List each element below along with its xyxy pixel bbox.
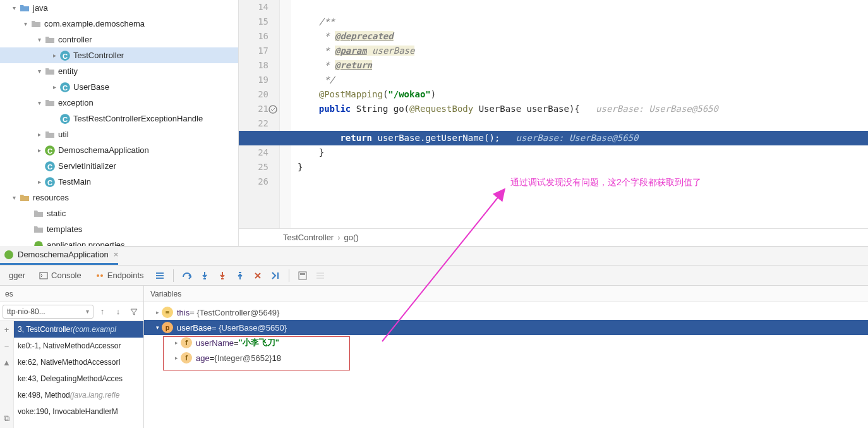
step-out-icon[interactable] [232,267,248,284]
tree-item-testrestex[interactable]: C TestRestControllerExceptionHandle [0,111,238,126]
svg-rect-17 [40,272,47,279]
variables-header: Variables [144,286,868,302]
force-step-into-icon[interactable] [214,267,231,284]
package-icon [44,34,56,46]
tree-label: controller [58,35,92,44]
folder-icon [19,3,30,14]
tree-label: java [33,3,48,13]
run-to-cursor-icon[interactable] [267,267,284,284]
folder-icon [33,208,44,219]
prev-frame-icon[interactable]: ↑ [95,305,109,319]
chevron-right-icon: ▸ [49,83,59,90]
up-icon[interactable]: ▲ [1,357,13,368]
tree-item-servletinit[interactable]: C ServletInitializer [0,158,238,174]
param-badge-icon: p [162,322,173,333]
code-editor[interactable]: 14 15 16 17 18 19 20 21 22 23 24 25 26 [239,0,868,246]
evaluate-icon[interactable] [294,267,311,284]
tree-item-testcontroller[interactable]: ▸ C TestController [0,47,238,63]
chevron-down-icon: ▾ [9,194,19,201]
class-icon: C [59,50,71,61]
highlight-box [163,336,350,370]
package-icon [44,66,56,77]
thread-selector[interactable]: ttp-nio-80...▾ [3,305,93,319]
step-into-icon[interactable] [196,267,213,284]
tree-item-userbase[interactable]: ▸ C UserBase [0,79,238,95]
tree-item-exception[interactable]: ▾ exception [0,95,238,111]
svg-rect-27 [299,272,306,279]
chevron-down-icon: ▾ [34,68,44,75]
chevron-right-icon: ▸ [49,52,59,59]
package-icon [44,129,56,140]
endpoint-icon[interactable] [267,102,279,116]
chevron-down-icon: ▾ [9,4,19,11]
next-frame-icon[interactable]: ↓ [111,305,125,319]
debug-toolbar: gger Console Endpoints [0,266,868,286]
drop-frame-icon[interactable] [250,267,266,284]
frame-row[interactable]: ke0:-1, NativeMethodAccessor [14,338,143,354]
variable-row-userbase[interactable]: ▾ p userBase = {UserBase@5650} [144,320,868,335]
package-icon [30,18,42,30]
add-icon[interactable]: + [1,324,13,335]
class-icon: C [44,161,56,172]
chevron-right-icon: ▸ [34,147,44,154]
tree-label: application.properties [47,240,125,246]
frame-row[interactable]: ke:62, NativeMethodAccessorI [14,354,143,370]
variables-panel: Variables ▸ ≡ this = {TestController@564… [144,286,868,428]
tree-item-resources[interactable]: ▾ resources [0,190,238,205]
svg-text:C: C [63,83,68,91]
tree-item-package[interactable]: ▾ com.example.demoschema [0,16,238,32]
tree-label: DemoschemaApplication [58,145,149,155]
filter-icon[interactable] [127,305,141,319]
variable-row-this[interactable]: ▸ ≡ this = {TestController@5649} [144,305,868,320]
execution-line: return userBase.getUserName(); userBase:… [239,131,868,145]
tree-item-templates[interactable]: templates [0,221,238,237]
step-over-icon[interactable] [179,267,195,284]
frame-row[interactable]: 3, TestController (com.exampl [14,321,143,338]
chevron-right-icon: ▸ [153,309,162,315]
breadcrumb[interactable]: TestController › go() [239,228,868,246]
tree-item-demoapp[interactable]: ▸ C DemoschemaApplication [0,142,238,158]
tree-label: exception [58,98,93,107]
frames-header: es [0,286,143,302]
close-icon[interactable]: × [114,250,119,259]
package-icon [44,97,56,109]
tree-label: com.example.demoschema [44,19,145,28]
tab-endpoints[interactable]: Endpoints [89,266,150,286]
tree-item-entity[interactable]: ▾ entity [0,63,238,79]
chevron-down-icon: ▾ [34,99,44,106]
trace-icon[interactable] [312,267,329,284]
remove-icon[interactable]: − [1,340,13,352]
endpoints-icon [95,271,104,280]
code-content[interactable]: /** * @deprecated * @param userBase * @r… [291,0,868,228]
class-icon: C [44,176,56,188]
tree-label: UserBase [73,82,109,92]
chevron-right-icon: › [337,233,340,242]
breadcrumb-item[interactable]: TestController [283,233,334,242]
tree-item-static[interactable]: static [0,205,238,221]
tree-label: static [47,209,66,218]
layout-icon[interactable] [152,267,168,284]
chevron-right-icon: ▸ [34,178,44,185]
tab-debugger[interactable]: gger [3,266,32,286]
tree-item-util[interactable]: ▸ util [0,126,238,142]
svg-rect-22 [156,278,164,279]
svg-point-12 [34,241,43,246]
tree-label: entity [58,66,78,76]
annotation-label: 通过调试发现没有问题，这2个字段都获取到值了 [510,177,701,188]
tab-console[interactable]: Console [33,266,88,286]
breadcrumb-item[interactable]: go() [344,233,359,242]
down-icon[interactable]: ⧉ [1,413,13,424]
frame-row[interactable]: ke:43, DelegatingMethodAcces [14,370,143,387]
tree-label: TestMain [58,177,91,186]
svg-rect-24 [221,278,224,279]
svg-rect-26 [277,272,279,279]
run-configuration-tab[interactable]: DemoschemaApplication × [0,246,118,265]
tree-item-java[interactable]: ▾ java [0,0,238,16]
tree-item-controller[interactable]: ▾ controller [0,32,238,47]
project-tree[interactable]: ▾ java ▾ com.example.demoschema ▾ contro… [0,0,239,246]
tree-item-appprops[interactable]: application.properties [0,237,238,246]
chevron-down-icon: ▾ [20,20,30,27]
frame-row[interactable]: voke:190, InvocableHandlerM [14,403,143,420]
tree-item-testmain[interactable]: ▸ C TestMain [0,174,238,190]
frame-row[interactable]: ke:498, Method (java.lang.refle [14,387,143,403]
